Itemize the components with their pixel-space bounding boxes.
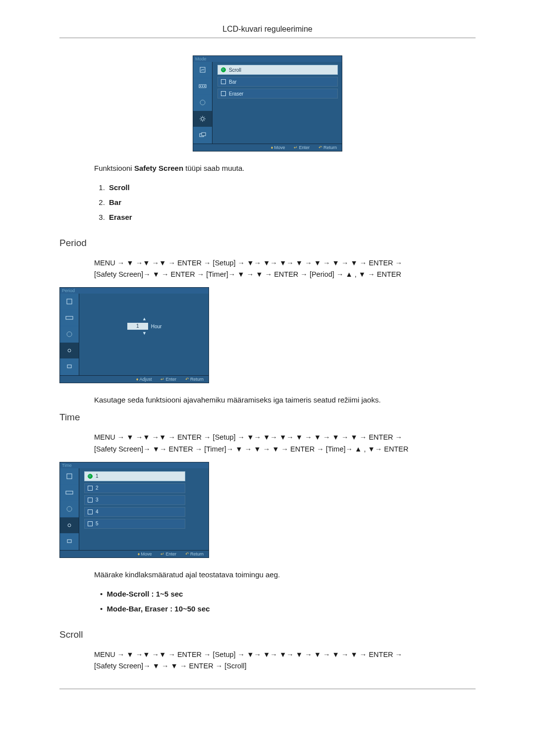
- osd-side-icons: [193, 62, 213, 144]
- section-time-heading: Time: [59, 412, 476, 423]
- osd-mode-title: Mode: [193, 56, 342, 62]
- svg-point-24: [67, 506, 72, 511]
- osd-item-label: 3: [96, 497, 99, 503]
- osd-mode-item-bar[interactable]: Bar: [217, 77, 338, 87]
- osd-hint-enter: Enter: [299, 145, 310, 150]
- period-nav-path: MENU → ▼ →▼ →▼ → ENTER → [Setup] → ▼→ ▼→…: [94, 257, 476, 280]
- svg-line-14: [204, 117, 205, 117]
- checkbox-icon: [221, 79, 226, 84]
- svg-rect-16: [202, 133, 206, 136]
- svg-rect-4: [204, 86, 205, 87]
- osd-time-item-2[interactable]: 2: [84, 483, 185, 493]
- blank-tab-icon: [193, 95, 212, 111]
- multi-tab-icon: [60, 534, 79, 550]
- osd-time-item-1[interactable]: 1: [84, 471, 185, 481]
- osd-hint-adjust: Adjust: [139, 377, 152, 382]
- osd-mode: Mode: [193, 55, 342, 151]
- checkbox-icon: [221, 91, 226, 96]
- picture-tab-icon: [60, 468, 79, 485]
- page-header: LCD-kuvari reguleerimine: [59, 25, 476, 38]
- osd-item-label: 1: [96, 473, 99, 479]
- svg-rect-23: [66, 491, 73, 494]
- svg-rect-26: [67, 540, 71, 543]
- checkbox-icon: [88, 498, 93, 503]
- svg-point-6: [201, 117, 204, 120]
- input-tab-icon: [60, 310, 79, 326]
- svg-point-5: [200, 100, 205, 105]
- picture-tab-icon: [193, 62, 212, 78]
- svg-point-25: [68, 524, 71, 527]
- opt-eraser: Eraser: [109, 213, 132, 221]
- osd-time-item-3[interactable]: 3: [84, 495, 185, 505]
- input-tab-icon: [60, 485, 79, 501]
- setup-tab-icon: [60, 517, 79, 534]
- footer-rule: [59, 689, 476, 689]
- mode-lead: Funktsiooni Safety Screen tüüpi saab muu…: [94, 164, 476, 172]
- osd-footer: ♦Adjust ↵Enter ↶Return: [60, 375, 209, 383]
- osd-mode-item-eraser[interactable]: Eraser: [217, 89, 338, 99]
- svg-point-19: [67, 332, 72, 337]
- osd-footer: ♦Move ↵Enter ↶Return: [60, 550, 209, 557]
- opt-scroll: Scroll: [109, 183, 130, 192]
- blank-tab-icon: [60, 326, 79, 343]
- section-scroll-heading: Scroll: [59, 629, 476, 640]
- time-bullets: • Mode-Scroll : 1~5 sec • Mode-Bar, Eras…: [98, 587, 476, 616]
- osd-mode-item-scroll[interactable]: Scroll: [217, 65, 338, 75]
- bullet-mode-bar-eraser: Mode-Bar, Eraser: [107, 605, 168, 613]
- osd-side-icons: [60, 468, 79, 550]
- osd-time-item-5[interactable]: 5: [84, 519, 185, 529]
- osd-item-label: 4: [96, 509, 99, 514]
- setup-tab-icon: [60, 343, 79, 359]
- osd-side-icons: [60, 294, 79, 375]
- radio-selected-icon: [221, 67, 226, 72]
- osd-item-label: Bar: [229, 79, 237, 85]
- osd-hint-move: Move: [141, 552, 152, 556]
- picture-tab-icon: [60, 294, 79, 310]
- opt-bar: Bar: [109, 198, 121, 206]
- osd-hint-move: Move: [274, 145, 285, 150]
- radio-selected-icon: [88, 474, 93, 479]
- checkbox-icon: [88, 509, 93, 514]
- up-arrow-icon[interactable]: ▲: [142, 317, 147, 321]
- osd-time: Time 1 2: [59, 462, 209, 558]
- svg-line-12: [204, 120, 205, 121]
- osd-time-title: Time: [60, 462, 209, 468]
- svg-line-13: [201, 120, 201, 121]
- bullet-mode-scroll: Mode-Scroll: [107, 590, 150, 598]
- blank-tab-icon: [60, 501, 79, 517]
- osd-hint-return: Return: [323, 145, 337, 150]
- osd-hint-return: Return: [190, 552, 204, 556]
- multi-tab-icon: [193, 127, 212, 144]
- time-desc: Määrake kindlaksmääratud ajal teostatava…: [94, 570, 476, 579]
- osd-item-label: 2: [96, 485, 99, 491]
- svg-rect-3: [202, 86, 203, 87]
- osd-time-item-4[interactable]: 4: [84, 507, 185, 517]
- period-value[interactable]: 1: [127, 323, 148, 330]
- multi-tab-icon: [60, 359, 79, 375]
- period-unit: Hour: [151, 324, 162, 329]
- checkbox-icon: [88, 486, 93, 491]
- mode-options-list: Scroll Bar Eraser: [98, 180, 476, 225]
- osd-hint-enter: Enter: [165, 377, 176, 382]
- down-arrow-icon[interactable]: ▼: [142, 331, 147, 336]
- time-nav-path: MENU → ▼ →▼ →▼ → ENTER → [Setup] → ▼→ ▼→…: [94, 432, 476, 454]
- checkbox-icon: [88, 521, 93, 526]
- svg-line-11: [201, 117, 201, 117]
- osd-period: Period ▲ 1 Hour ▼: [59, 287, 209, 383]
- osd-item-label: Eraser: [229, 91, 243, 97]
- osd-item-label: Scroll: [229, 67, 241, 73]
- scroll-nav-path: MENU → ▼ →▼ →▼ → ENTER → [Setup] → ▼→ ▼→…: [94, 649, 476, 672]
- osd-hint-enter: Enter: [165, 552, 176, 556]
- svg-rect-18: [66, 316, 73, 319]
- input-tab-icon: [193, 78, 212, 95]
- setup-tab-icon: [193, 111, 212, 127]
- osd-item-label: 5: [96, 521, 99, 526]
- osd-hint-return: Return: [190, 377, 204, 382]
- svg-point-20: [68, 349, 71, 352]
- svg-rect-22: [67, 474, 72, 479]
- svg-rect-17: [67, 299, 72, 304]
- osd-footer: ♦Move ↵Enter ↶Return: [193, 144, 342, 151]
- osd-period-title: Period: [60, 288, 209, 294]
- period-desc: Kasutage seda funktsiooni ajavahemiku mä…: [94, 396, 476, 404]
- svg-rect-2: [200, 86, 201, 87]
